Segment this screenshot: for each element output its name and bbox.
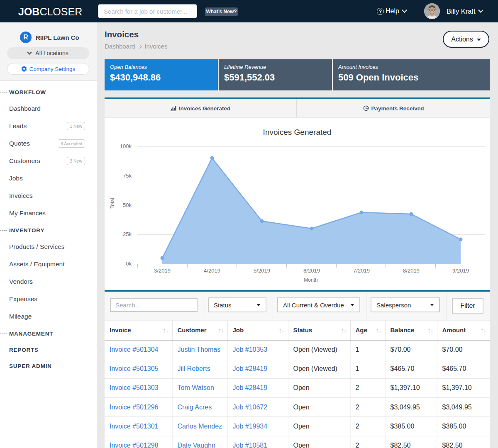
svg-text:Month: Month [304, 277, 317, 283]
svg-text:Invoices Generated: Invoices Generated [263, 128, 332, 136]
svg-text:25k: 25k [123, 231, 132, 237]
svg-text:Total: Total [110, 198, 115, 208]
svg-text:9/2019: 9/2019 [452, 268, 469, 274]
svg-text:7/2019: 7/2019 [353, 268, 370, 274]
svg-text:100k: 100k [120, 143, 132, 149]
svg-text:75k: 75k [123, 173, 132, 179]
svg-text:5/2019: 5/2019 [254, 268, 270, 274]
svg-text:8/2019: 8/2019 [403, 268, 420, 274]
svg-text:0k: 0k [126, 261, 132, 267]
svg-text:50k: 50k [123, 202, 132, 208]
svg-text:3/2019: 3/2019 [154, 268, 171, 274]
svg-text:4/2019: 4/2019 [204, 268, 220, 274]
svg-text:6/2019: 6/2019 [303, 268, 320, 274]
